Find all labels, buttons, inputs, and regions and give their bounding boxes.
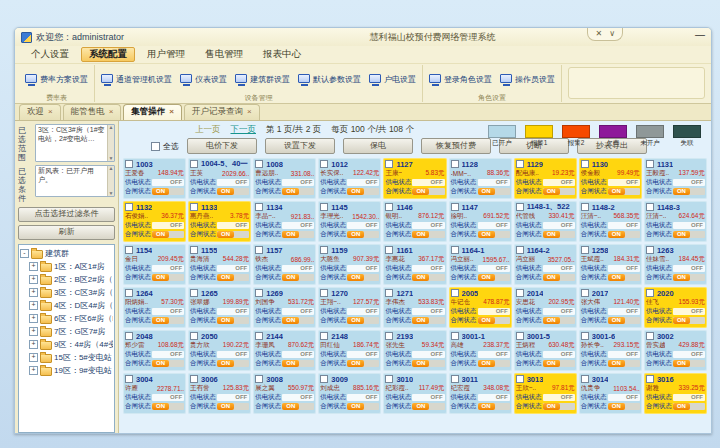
ribbon-button[interactable]: 通道管理机设置 — [101, 74, 172, 86]
switch-on-toggle[interactable]: ON — [282, 317, 314, 324]
card-checkbox[interactable] — [255, 375, 263, 383]
supply-off-toggle[interactable]: OFF — [608, 222, 640, 229]
card-checkbox[interactable] — [255, 246, 263, 254]
switch-on-toggle[interactable]: ON — [543, 360, 575, 367]
tab-4[interactable]: 开户记录查询× — [184, 104, 260, 120]
supply-off-toggle[interactable]: OFF — [347, 394, 379, 401]
supply-off-toggle[interactable]: OFF — [478, 265, 510, 272]
card-checkbox[interactable] — [451, 246, 459, 254]
ribbon-button[interactable]: 操作员设置 — [500, 74, 555, 86]
room-card[interactable]: 1164-2冯立丽3527.05..供电状态OFF合闸状态ON — [514, 244, 577, 285]
supply-off-toggle[interactable]: OFF — [282, 222, 314, 229]
choose-filter-button[interactable]: 点击选择过滤条件 — [18, 207, 115, 222]
tab-close-icon[interactable]: × — [48, 108, 53, 116]
room-card[interactable]: 1154金日209.45元供电状态OFF合闸状态ON — [123, 244, 186, 285]
room-card[interactable]: 2148田红仙186.74元供电状态OFF合闸状态ON — [318, 330, 381, 371]
room-card[interactable]: 1145李理光..1542.30..供电状态OFF合闸状态ON — [318, 201, 381, 242]
supply-off-toggle[interactable]: OFF — [412, 308, 444, 315]
menu-item-3[interactable]: 用户管理 — [139, 47, 193, 62]
card-checkbox[interactable] — [125, 160, 133, 168]
room-card[interactable]: 2050贵方欣190.22元供电状态OFF合闸状态ON — [188, 330, 251, 371]
supply-off-toggle[interactable]: OFF — [217, 308, 249, 315]
switch-on-toggle[interactable]: ON — [412, 317, 444, 324]
switch-on-toggle[interactable]: ON — [347, 403, 379, 410]
switch-on-toggle[interactable]: ON — [608, 317, 640, 324]
supply-off-toggle[interactable]: OFF — [347, 351, 379, 358]
card-checkbox[interactable] — [190, 289, 198, 297]
supply-off-toggle[interactable]: OFF — [282, 351, 314, 358]
toolbar-button-2[interactable]: 设置下发 — [265, 138, 335, 154]
tree-item-4[interactable]: +4区：D区4#房（D区 — [20, 299, 113, 312]
switch-on-toggle[interactable]: ON — [673, 188, 705, 195]
supply-off-toggle[interactable]: OFF — [608, 394, 640, 401]
next-page-link[interactable]: 下一页 — [231, 124, 257, 136]
room-card[interactable]: 1146银明..876.12元供电状态OFF合闸状态ON — [383, 201, 446, 242]
switch-on-toggle[interactable]: ON — [152, 231, 184, 238]
room-card[interactable]: 2005牛记仓478.87元供电状态OFF合闸状态ON — [449, 287, 512, 328]
card-checkbox[interactable] — [451, 289, 459, 297]
switch-on-toggle[interactable]: ON — [282, 188, 314, 195]
switch-on-toggle[interactable]: ON — [478, 274, 510, 281]
room-card[interactable]: 3001-1高雄238.37元供电状态OFF合闸状态ON — [449, 330, 512, 371]
switch-on-toggle[interactable]: ON — [217, 231, 249, 238]
room-card[interactable]: 1131王毅霞..137.59元供电状态OFF合闸状态ON — [644, 158, 707, 199]
select-all-checkbox[interactable] — [151, 142, 160, 151]
card-checkbox[interactable] — [320, 160, 328, 168]
room-card[interactable]: 3004许雁2278.71..供电状态OFF合闸状态ON — [123, 373, 186, 414]
supply-off-toggle[interactable]: OFF — [152, 351, 184, 358]
supply-off-toggle[interactable]: OFF — [282, 394, 314, 401]
room-card[interactable]: 1134李品~..921.83..供电状态OFF合闸状态ON — [253, 201, 316, 242]
expand-icon[interactable]: + — [29, 275, 38, 284]
card-checkbox[interactable] — [646, 246, 654, 254]
ribbon-button[interactable]: 默认参数设置 — [298, 74, 361, 86]
tree-item-2[interactable]: +2区：B区2#房（ — [20, 273, 113, 286]
switch-on-toggle[interactable]: ON — [608, 188, 640, 195]
card-checkbox[interactable] — [451, 375, 459, 383]
supply-off-toggle[interactable]: OFF — [478, 222, 510, 229]
supply-off-toggle[interactable]: OFF — [478, 351, 510, 358]
supply-off-toggle[interactable]: OFF — [673, 394, 705, 401]
supply-off-toggle[interactable]: OFF — [347, 179, 379, 186]
card-checkbox[interactable] — [320, 375, 328, 383]
ribbon-button[interactable]: 仪表设置 — [180, 74, 227, 86]
supply-off-toggle[interactable]: OFF — [217, 222, 249, 229]
card-checkbox[interactable] — [385, 375, 393, 383]
supply-off-toggle[interactable]: OFF — [412, 351, 444, 358]
supply-off-toggle[interactable]: OFF — [543, 351, 575, 358]
supply-off-toggle[interactable]: OFF — [543, 308, 575, 315]
room-card[interactable]: 2048郑少雷108.68元供电状态OFF合闸状态ON — [123, 330, 186, 371]
switch-on-toggle[interactable]: ON — [673, 317, 705, 324]
select-all[interactable]: 全选 — [151, 141, 179, 152]
toolbar-button-4[interactable]: 恢复预付费 — [421, 138, 491, 154]
card-checkbox[interactable] — [385, 246, 393, 254]
menu-item-1[interactable]: 个人设置 — [23, 47, 77, 62]
supply-off-toggle[interactable]: OFF — [543, 265, 575, 272]
room-card[interactable]: 1012长实保..122.42元供电状态OFF合闸状态ON — [318, 158, 381, 199]
switch-on-toggle[interactable]: ON — [347, 317, 379, 324]
card-checkbox[interactable] — [581, 375, 589, 383]
switch-on-toggle[interactable]: ON — [282, 274, 314, 281]
ribbon-button[interactable]: 费率方案设置 — [25, 74, 88, 86]
menu-item-2[interactable]: 系统配置 — [81, 47, 135, 62]
supply-off-toggle[interactable]: OFF — [282, 308, 314, 315]
card-checkbox[interactable] — [190, 203, 198, 211]
tab-1[interactable]: 欢迎× — [19, 104, 61, 120]
expand-icon[interactable]: + — [29, 366, 38, 375]
supply-off-toggle[interactable]: OFF — [543, 394, 575, 401]
card-checkbox[interactable] — [385, 160, 393, 168]
switch-on-toggle[interactable]: ON — [152, 360, 184, 367]
room-card[interactable]: 3002曾实越429.88元供电状态OFF合闸状态ON — [644, 330, 707, 371]
supply-off-toggle[interactable]: OFF — [282, 179, 314, 186]
switch-on-toggle[interactable]: ON — [543, 317, 575, 324]
expand-icon[interactable]: + — [29, 353, 38, 362]
switch-on-toggle[interactable]: ON — [608, 360, 640, 367]
switch-on-toggle[interactable]: ON — [543, 231, 575, 238]
selected-range-box[interactable]: 3区：C区3#房（1#变电站，2#变电站… ▲▼ — [35, 124, 115, 162]
supply-off-toggle[interactable]: OFF — [673, 222, 705, 229]
room-card[interactable]: 1265张翠娜199.89元供电状态OFF合闸状态ON — [188, 287, 251, 328]
room-card[interactable]: 1128-MM~..88.36元供电状态OFF合闸状态ON — [449, 158, 512, 199]
card-checkbox[interactable] — [385, 203, 393, 211]
switch-on-toggle[interactable]: ON — [282, 231, 314, 238]
card-checkbox[interactable] — [646, 203, 654, 211]
supply-off-toggle[interactable]: OFF — [347, 222, 379, 229]
